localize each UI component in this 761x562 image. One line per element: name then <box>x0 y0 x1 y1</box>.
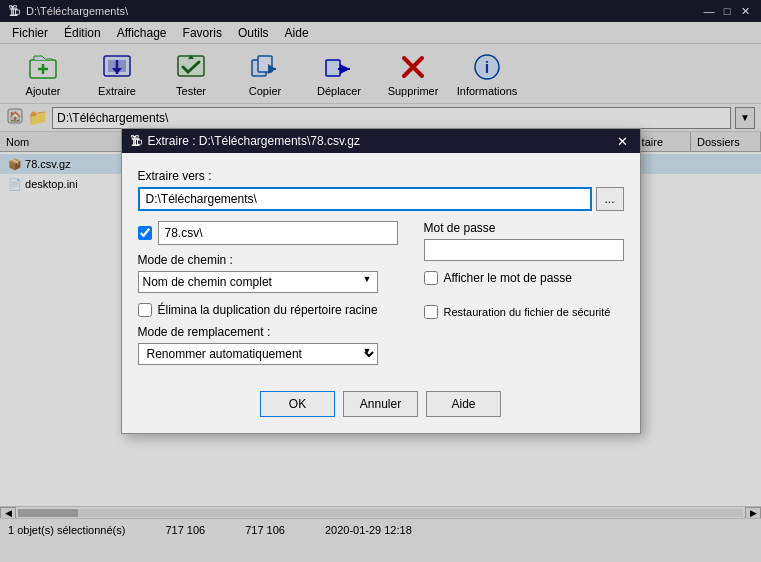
security-row: Restauration du fichier de sécurité <box>424 305 624 319</box>
dialog-right-col: Mot de passe Afficher le mot de passe Re… <box>424 221 624 375</box>
show-password-checkbox[interactable] <box>424 271 438 285</box>
cancel-button[interactable]: Annuler <box>343 391 418 417</box>
extract-to-row: Extraire vers : ... <box>138 169 624 211</box>
path-mode-select[interactable]: Nom de chemin complet Chemin relatif Pas… <box>138 271 378 293</box>
security-label: Restauration du fichier de sécurité <box>444 306 611 318</box>
dialog-columns: Mode de chemin : Nom de chemin complet C… <box>138 221 624 375</box>
dialog-body: Extraire vers : ... Mode de <box>122 153 640 433</box>
path-mode-row: Mode de chemin : Nom de chemin complet C… <box>138 253 408 293</box>
show-password-label: Afficher le mot de passe <box>444 271 573 285</box>
subdir-checkbox[interactable] <box>138 226 152 240</box>
replace-mode-row: Mode de remplacement : Renommer automati… <box>138 325 408 365</box>
dialog-title: 🗜 Extraire : D:\Téléchargements\78.csv.g… <box>130 134 361 148</box>
dialog-icon: 🗜 <box>130 134 142 148</box>
dedup-checkbox[interactable] <box>138 303 152 317</box>
extract-dialog: 🗜 Extraire : D:\Téléchargements\78.csv.g… <box>121 128 641 434</box>
password-label: Mot de passe <box>424 221 624 235</box>
dialog-close-button[interactable]: ✕ <box>614 132 632 150</box>
password-row: Mot de passe <box>424 221 624 261</box>
help-button[interactable]: Aide <box>426 391 501 417</box>
dialog-left-col: Mode de chemin : Nom de chemin complet C… <box>138 221 408 375</box>
subdir-row <box>138 221 408 245</box>
extract-to-label: Extraire vers : <box>138 169 624 183</box>
password-input[interactable] <box>424 239 624 261</box>
subdir-input[interactable] <box>158 221 398 245</box>
modal-overlay: 🗜 Extraire : D:\Téléchargements\78.csv.g… <box>0 0 761 562</box>
dedup-row: Élimina la duplication du répertoire rac… <box>138 303 408 317</box>
extract-to-input[interactable] <box>138 187 592 211</box>
replace-mode-select[interactable]: Renommer automatiquement Écraser Ignorer… <box>138 343 378 365</box>
dialog-title-bar: 🗜 Extraire : D:\Téléchargements\78.csv.g… <box>122 129 640 153</box>
browse-button[interactable]: ... <box>596 187 624 211</box>
dialog-buttons: OK Annuler Aide <box>138 391 624 417</box>
replace-mode-label: Mode de remplacement : <box>138 325 408 339</box>
path-mode-label: Mode de chemin : <box>138 253 408 267</box>
dedup-label: Élimina la duplication du répertoire rac… <box>158 303 378 317</box>
security-checkbox[interactable] <box>424 305 438 319</box>
ok-button[interactable]: OK <box>260 391 335 417</box>
show-password-row: Afficher le mot de passe <box>424 271 624 285</box>
